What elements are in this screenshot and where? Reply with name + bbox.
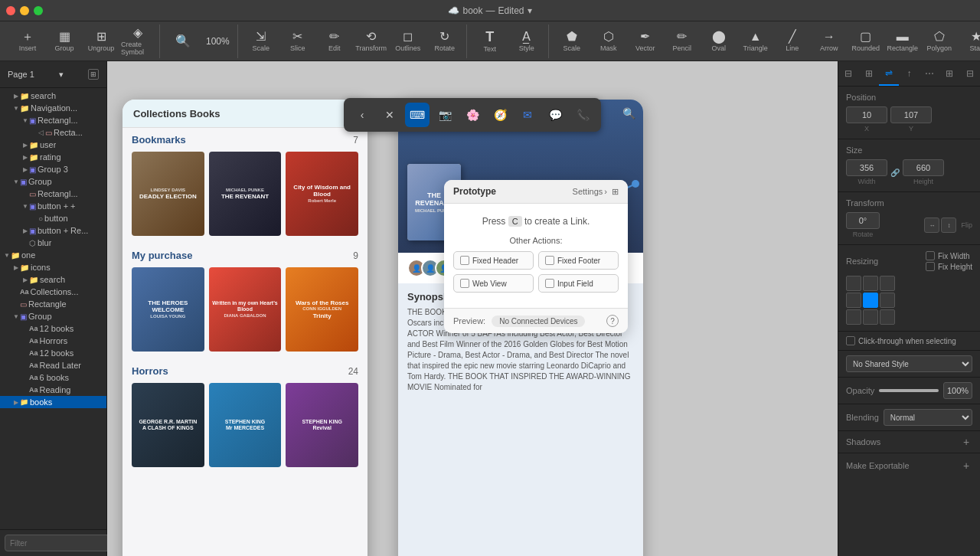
close-button[interactable] xyxy=(6,6,15,15)
book-cover-revival[interactable]: STEPHEN KINGRevival xyxy=(286,383,358,467)
maximize-button[interactable] xyxy=(34,6,43,15)
expand-icon[interactable]: ▼ xyxy=(21,116,29,124)
tab-prototype[interactable]: ⇌ xyxy=(879,61,899,86)
expand-icon[interactable]: ▼ xyxy=(21,202,29,210)
vector-button[interactable]: ✒ Vector xyxy=(629,25,662,58)
web-view-action[interactable]: Web View xyxy=(453,274,534,293)
resize-tc[interactable] xyxy=(863,276,878,291)
style-button[interactable]: A̲ Style xyxy=(510,25,544,58)
layer-button[interactable]: ▶ ○ button xyxy=(0,212,106,224)
rotate-input[interactable] xyxy=(846,212,880,229)
camera-button[interactable]: 📷 xyxy=(433,103,457,127)
book-cover-mercedes[interactable]: STEPHEN KINGMr MERCEDES xyxy=(209,383,282,467)
width-input[interactable] xyxy=(846,159,887,176)
fixed-header-action[interactable]: Fixed Header xyxy=(453,251,534,270)
expand-icon[interactable]: ▼ xyxy=(12,178,20,185)
expand-icon[interactable]: ▶ xyxy=(12,398,20,406)
layer-books[interactable]: ▶ 📁 books xyxy=(0,396,106,408)
height-input[interactable] xyxy=(903,159,944,176)
expand-icon[interactable]: ⊞ xyxy=(612,187,619,197)
resize-mc[interactable] xyxy=(863,293,878,308)
edit-button[interactable]: ✏ Edit xyxy=(318,25,351,58)
layer-rectangl-1[interactable]: ▼ ▣ Rectangl... xyxy=(0,114,106,126)
rounded-button[interactable]: ▢ Rounded xyxy=(849,25,883,58)
text-button[interactable]: T Text xyxy=(473,25,507,58)
layer-rectangle[interactable]: ▶ ▭ Rectangle xyxy=(0,298,106,310)
book-cover-written[interactable]: Written in my own Heart's BloodDIANA GAB… xyxy=(209,267,282,352)
tab-more[interactable]: ⋯ xyxy=(920,61,939,86)
layer-12books[interactable]: ▶ Aa 12 books xyxy=(0,322,106,335)
expand-icon[interactable]: ▶ xyxy=(21,153,29,161)
triangle-button[interactable]: ▲ Triangle xyxy=(739,25,773,58)
expand-icon[interactable]: ▼ xyxy=(12,312,20,320)
insert-button[interactable]: ＋ Insert xyxy=(11,25,44,58)
layer-user[interactable]: ▶ 📁 user xyxy=(0,139,106,151)
layer-group-main[interactable]: ▼ ▣ Group xyxy=(0,310,106,322)
prototype-settings-button[interactable]: Settings › ⊞ xyxy=(573,187,619,197)
fix-width-checkbox[interactable] xyxy=(926,251,935,260)
minimize-button[interactable] xyxy=(20,6,29,15)
add-shadow-button[interactable]: + xyxy=(960,436,972,448)
flip-v-button[interactable]: ↕ xyxy=(941,217,956,233)
book-cover-city[interactable]: City of Wisdom and BloodRobert Merle xyxy=(286,152,358,236)
expand-icon[interactable]: ▶ xyxy=(21,141,29,149)
opacity-input[interactable] xyxy=(943,382,972,399)
filter-input[interactable] xyxy=(5,535,113,551)
opacity-slider[interactable] xyxy=(879,389,939,392)
keyboard-button[interactable]: ⌨ xyxy=(405,103,430,127)
layer-navigation[interactable]: ▼ 📁 Navigation... xyxy=(0,102,106,114)
slice-button[interactable]: ✂ Slice xyxy=(281,25,315,58)
expand-icon[interactable]: ▼ xyxy=(12,104,20,112)
shared-style-select[interactable]: No Shared Style xyxy=(846,355,972,372)
phone-button[interactable]: 📞 xyxy=(570,103,595,127)
resize-ml[interactable] xyxy=(846,293,861,308)
group-button[interactable]: ▦ Group xyxy=(47,25,81,58)
blending-select[interactable]: Normal xyxy=(884,409,972,426)
resize-mr[interactable] xyxy=(880,293,895,308)
layer-horrors[interactable]: ▶ Aa Horrors xyxy=(0,335,106,347)
input-field-checkbox[interactable] xyxy=(545,279,554,288)
create-symbol-button[interactable]: ◈ Create Symbol xyxy=(121,25,155,58)
page-selector[interactable]: Page 1 ▾ ⊞ xyxy=(3,66,103,83)
help-button[interactable]: ? xyxy=(606,315,619,327)
layer-blur[interactable]: ▶ ⬡ blur xyxy=(0,237,106,249)
search-icon[interactable]: 🔍 xyxy=(622,107,635,119)
scale-button[interactable]: ⇲ Scale xyxy=(244,25,278,58)
photos-button[interactable]: 🌸 xyxy=(460,103,485,127)
fixed-footer-checkbox[interactable] xyxy=(545,256,554,265)
pencil-button[interactable]: ✏ Pencil xyxy=(665,25,699,58)
layer-one[interactable]: ▼ 📁 one xyxy=(0,249,106,261)
expand-icon[interactable]: ▶ xyxy=(12,263,20,271)
book-cover-george[interactable]: GEORGE R.R. MARTINA CLASH OF KINGS xyxy=(132,383,204,467)
tab-style[interactable]: ⊟ xyxy=(838,61,858,86)
fix-height-option[interactable]: Fix Height xyxy=(926,262,972,271)
layer-recta[interactable]: ▶ ◁ ▭ Recta... xyxy=(0,126,106,139)
layer-button-re[interactable]: ▶ ▣ button + Re... xyxy=(0,224,106,237)
layer-rating[interactable]: ▶ 📁 rating xyxy=(0,151,106,163)
layer-button-pp[interactable]: ▼ ▣ button + + xyxy=(0,200,106,212)
polygon-button[interactable]: ⬠ Polygon xyxy=(923,25,956,58)
layer-6books[interactable]: ▶ Aa 6 books xyxy=(0,371,106,384)
layer-search2[interactable]: ▶ 📁 search xyxy=(0,273,106,286)
book-cover-revenant[interactable]: MICHAEL PUNKETHE REVENANT xyxy=(209,152,282,236)
layer-icons[interactable]: ▶ 📁 icons xyxy=(0,261,106,273)
layer-collections[interactable]: ▶ Aa Collections... xyxy=(0,286,106,298)
layer-rectangl-2[interactable]: ▶ ▭ Rectangl... xyxy=(0,188,106,200)
resize-tr[interactable] xyxy=(880,276,895,291)
web-view-checkbox[interactable] xyxy=(460,279,469,288)
flatten-button[interactable]: ⬟ Scale xyxy=(555,25,589,58)
add-page-icon[interactable]: ⊞ xyxy=(88,69,99,80)
expand-icon[interactable]: ▶ xyxy=(21,165,29,173)
mail-button[interactable]: ✉ xyxy=(515,103,540,127)
expand-icon[interactable]: ▶ xyxy=(12,92,20,100)
clickthrough-checkbox[interactable] xyxy=(846,336,855,345)
fix-width-option[interactable]: Fix Width xyxy=(926,251,972,260)
expand-icon[interactable]: ▶ xyxy=(21,276,29,283)
resize-bc[interactable] xyxy=(863,309,878,325)
preview-device-selector[interactable]: No Connected Devices xyxy=(492,316,585,327)
oval-button[interactable]: ⬤ Oval xyxy=(702,25,736,58)
y-input[interactable] xyxy=(890,106,932,123)
resize-tl[interactable] xyxy=(846,276,861,291)
fixed-footer-action[interactable]: Fixed Footer xyxy=(538,251,619,270)
safari-button[interactable]: 🧭 xyxy=(488,103,512,127)
